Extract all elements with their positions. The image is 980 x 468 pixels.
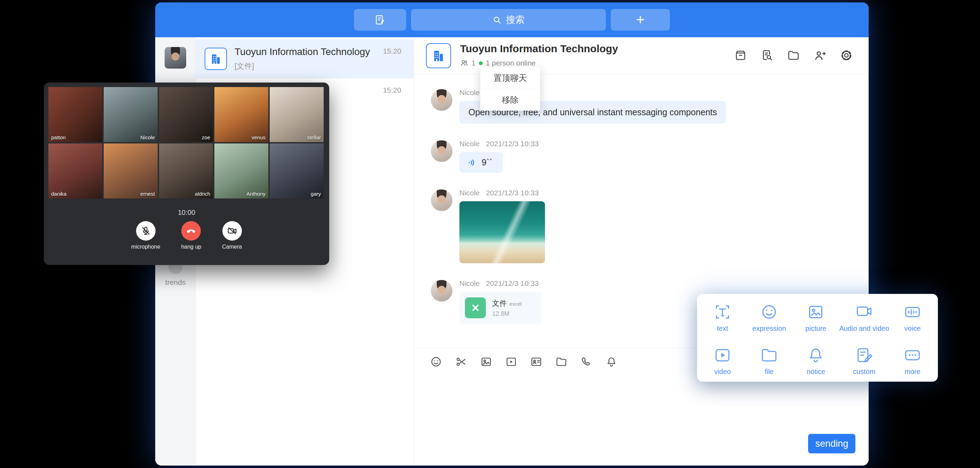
emoji-icon[interactable]: [430, 356, 442, 368]
participant-name: zoe: [202, 134, 210, 141]
participant-tile[interactable]: patton: [48, 87, 102, 142]
participant-tile[interactable]: zoe: [159, 87, 213, 142]
send-button[interactable]: sending: [808, 434, 856, 454]
chat-subtitle: 1 1 person online: [460, 59, 536, 67]
audio-bubble[interactable]: 9``: [460, 152, 503, 173]
more-icon: [904, 346, 921, 364]
voice-icon: [904, 303, 921, 321]
search-icon: [492, 15, 502, 25]
participant-tile[interactable]: aldrich: [159, 144, 213, 198]
feature-label: Audio and video: [839, 324, 889, 332]
search-placeholder: 搜索: [506, 14, 525, 26]
image-attachment-beach[interactable]: [460, 201, 545, 263]
group-files-icon[interactable]: [787, 49, 800, 62]
sender-avatar[interactable]: [431, 141, 452, 162]
add-button[interactable]: +: [611, 9, 670, 30]
participant-tile[interactable]: venus: [215, 87, 268, 142]
participant-name: venus: [251, 134, 266, 141]
participant-tile[interactable]: stellar: [270, 87, 324, 142]
member-count: 1: [472, 59, 476, 67]
feature-custom[interactable]: custom: [839, 346, 889, 382]
call-controls: microphone hang up Camera: [44, 221, 329, 250]
participant-grid: patton Nicole zoe venus stellar danika e…: [48, 87, 324, 198]
feature-picture[interactable]: picture: [792, 303, 839, 339]
screenshot-scissors-icon[interactable]: [455, 356, 467, 368]
menu-item-remove[interactable]: 移除: [480, 89, 540, 111]
send-image-icon[interactable]: [480, 356, 492, 368]
message-meta: Nicole 2021/12/3 10:33: [460, 140, 860, 148]
feature-voice[interactable]: voice: [889, 303, 936, 339]
feature-label: video: [714, 368, 731, 376]
file-extension: .excel: [508, 301, 522, 307]
camera-label: Camera: [222, 244, 242, 250]
conversation-item[interactable]: Tuoyun Information Technology [文件] 15:20: [196, 39, 414, 78]
send-file-icon[interactable]: [555, 356, 567, 368]
search-history-icon[interactable]: [761, 49, 774, 62]
compose-note-button[interactable]: [354, 9, 406, 30]
add-member-icon[interactable]: [814, 49, 827, 62]
expression-icon: [760, 303, 778, 321]
call-icon[interactable]: [581, 356, 592, 368]
video-icon: [713, 346, 732, 364]
message-time: 2021/12/3 10:33: [486, 189, 539, 197]
search-input[interactable]: 搜索: [411, 9, 606, 30]
custom-edit-icon: [855, 346, 873, 364]
menu-item-pin-chat[interactable]: 置顶聊天: [480, 67, 540, 89]
settings-icon[interactable]: [840, 49, 853, 62]
sender-avatar[interactable]: [431, 189, 452, 211]
sender-name: Nicole: [460, 279, 480, 287]
group-avatar-icon: [205, 48, 227, 70]
my-avatar[interactable]: [165, 47, 186, 69]
chat-group-icon: [426, 43, 451, 68]
contact-card-icon[interactable]: [530, 356, 542, 368]
feature-text[interactable]: text: [699, 303, 746, 339]
participant-tile[interactable]: ernest: [104, 144, 158, 198]
sender-avatar[interactable]: [431, 89, 452, 111]
members-icon: [460, 59, 468, 67]
participant-name: gary: [311, 191, 321, 197]
feature-notice[interactable]: notice: [792, 346, 839, 382]
online-text: 1 person online: [486, 59, 536, 67]
picture-icon: [807, 303, 825, 321]
feature-label: file: [765, 368, 774, 376]
feature-panel: text expression picture Audio and video: [697, 294, 938, 382]
search-cluster: 搜索 +: [354, 9, 670, 30]
feature-expression[interactable]: expression: [746, 303, 792, 339]
online-dot: [479, 61, 483, 65]
feature-audio-video[interactable]: Audio and video: [839, 303, 889, 339]
file-icon: [760, 346, 778, 364]
hang-up-button[interactable]: [181, 221, 201, 241]
call-timer: 10:00: [44, 209, 329, 217]
file-size: 12.8M: [492, 310, 522, 318]
file-attachment[interactable]: ✕ 文件.excel 12.8M: [460, 292, 541, 324]
conversation-time: 15:20: [383, 86, 401, 94]
participant-name: ernest: [140, 191, 155, 197]
participant-tile[interactable]: danika: [48, 144, 102, 198]
feature-label: custom: [853, 368, 875, 376]
sender-name: Nicole: [460, 88, 480, 96]
feature-more[interactable]: more: [889, 346, 936, 382]
feature-video[interactable]: video: [699, 346, 746, 382]
feature-label: text: [717, 324, 728, 332]
conversation-context-menu: 置顶聊天 移除: [480, 67, 540, 111]
participant-name: Nicole: [140, 134, 155, 141]
microphone-mute-button[interactable]: [136, 221, 156, 241]
send-video-icon[interactable]: [505, 356, 517, 368]
feature-file[interactable]: file: [746, 346, 792, 382]
participant-tile[interactable]: Anthony: [215, 144, 268, 198]
audio-video-icon: [855, 303, 873, 321]
participant-tile[interactable]: Nicole: [104, 87, 158, 142]
chat-record-icon[interactable]: [734, 49, 748, 62]
feature-label: notice: [807, 368, 825, 376]
participant-tile[interactable]: gary: [270, 144, 324, 198]
trends-label[interactable]: trends: [155, 278, 196, 287]
conversation-last-message: [文件]: [235, 61, 254, 71]
camera-toggle-button[interactable]: [223, 221, 242, 241]
feature-label: more: [904, 368, 921, 376]
participant-name: patton: [51, 134, 66, 141]
notice-bell-icon: [807, 346, 825, 364]
feature-label: expression: [752, 324, 786, 332]
sender-name: Nicole: [460, 140, 480, 148]
notification-bell-icon[interactable]: [606, 356, 617, 368]
sender-avatar[interactable]: [431, 280, 452, 302]
